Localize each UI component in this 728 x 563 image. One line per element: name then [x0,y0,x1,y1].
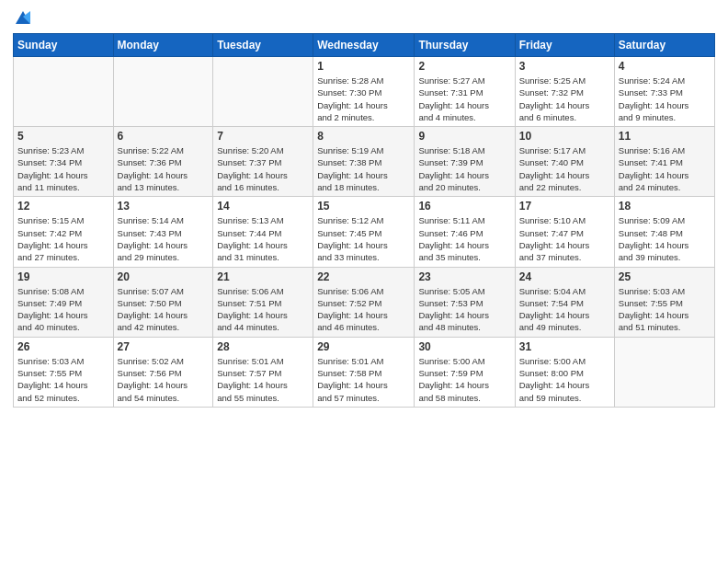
day-info: Sunrise: 5:07 AM Sunset: 7:50 PM Dayligh… [118,285,210,334]
day-number: 15 [317,200,410,213]
calendar-cell: 17Sunrise: 5:10 AM Sunset: 7:47 PM Dayli… [515,197,614,267]
calendar-cell: 28Sunrise: 5:01 AM Sunset: 7:57 PM Dayli… [213,337,313,407]
calendar-cell: 9Sunrise: 5:18 AM Sunset: 7:39 PM Daylig… [415,127,515,197]
calendar-cell: 31Sunrise: 5:00 AM Sunset: 8:00 PM Dayli… [515,337,614,407]
calendar-cell: 25Sunrise: 5:03 AM Sunset: 7:55 PM Dayli… [614,267,714,337]
day-number: 31 [519,340,610,353]
day-info: Sunrise: 5:06 AM Sunset: 7:51 PM Dayligh… [217,285,309,334]
calendar-cell: 22Sunrise: 5:06 AM Sunset: 7:52 PM Dayli… [313,267,415,337]
calendar-week-row: 26Sunrise: 5:03 AM Sunset: 7:55 PM Dayli… [14,337,715,407]
weekday-header-saturday: Saturday [614,34,714,57]
page: SundayMondayTuesdayWednesdayThursdayFrid… [0,0,728,417]
calendar-cell: 16Sunrise: 5:11 AM Sunset: 7:46 PM Dayli… [415,197,515,267]
day-number: 17 [519,200,610,213]
calendar-cell: 10Sunrise: 5:17 AM Sunset: 7:40 PM Dayli… [515,127,614,197]
day-info: Sunrise: 5:00 AM Sunset: 8:00 PM Dayligh… [519,355,610,404]
day-info: Sunrise: 5:16 AM Sunset: 7:41 PM Dayligh… [619,144,711,193]
calendar-cell: 20Sunrise: 5:07 AM Sunset: 7:50 PM Dayli… [113,267,213,337]
calendar-cell: 2Sunrise: 5:27 AM Sunset: 7:31 PM Daylig… [415,57,515,127]
calendar-week-row: 12Sunrise: 5:15 AM Sunset: 7:42 PM Dayli… [14,197,715,267]
day-info: Sunrise: 5:17 AM Sunset: 7:40 PM Dayligh… [519,144,610,193]
calendar-cell: 4Sunrise: 5:24 AM Sunset: 7:33 PM Daylig… [614,57,714,127]
day-number: 22 [317,270,410,283]
calendar-cell: 7Sunrise: 5:20 AM Sunset: 7:37 PM Daylig… [213,127,313,197]
day-info: Sunrise: 5:13 AM Sunset: 7:44 PM Dayligh… [217,214,309,263]
calendar-header-row: SundayMondayTuesdayWednesdayThursdayFrid… [14,34,715,57]
day-number: 14 [217,200,309,213]
weekday-header-friday: Friday [515,34,614,57]
calendar-cell: 5Sunrise: 5:23 AM Sunset: 7:34 PM Daylig… [14,127,114,197]
day-number: 7 [217,130,309,143]
day-number: 19 [17,270,109,283]
day-info: Sunrise: 5:22 AM Sunset: 7:36 PM Dayligh… [118,144,210,193]
day-info: Sunrise: 5:23 AM Sunset: 7:34 PM Dayligh… [17,144,109,193]
day-number: 11 [619,130,711,143]
calendar-cell: 13Sunrise: 5:14 AM Sunset: 7:43 PM Dayli… [113,197,213,267]
day-number: 12 [17,200,109,213]
day-number: 27 [118,340,210,353]
calendar-table: SundayMondayTuesdayWednesdayThursdayFrid… [13,33,715,408]
calendar-week-row: 1Sunrise: 5:28 AM Sunset: 7:30 PM Daylig… [14,57,715,127]
calendar-cell: 1Sunrise: 5:28 AM Sunset: 7:30 PM Daylig… [313,57,415,127]
weekday-header-tuesday: Tuesday [213,34,313,57]
day-number: 3 [519,60,610,73]
day-info: Sunrise: 5:28 AM Sunset: 7:30 PM Dayligh… [317,75,410,123]
calendar-cell: 27Sunrise: 5:02 AM Sunset: 7:56 PM Dayli… [113,337,213,407]
day-number: 24 [519,270,610,283]
day-info: Sunrise: 5:01 AM Sunset: 7:58 PM Dayligh… [317,355,410,404]
day-info: Sunrise: 5:15 AM Sunset: 7:42 PM Dayligh… [17,214,109,263]
day-number: 26 [17,340,109,353]
day-number: 25 [619,270,711,283]
day-info: Sunrise: 5:24 AM Sunset: 7:33 PM Dayligh… [619,75,711,123]
day-info: Sunrise: 5:05 AM Sunset: 7:53 PM Dayligh… [418,285,510,334]
day-info: Sunrise: 5:03 AM Sunset: 7:55 PM Dayligh… [619,285,711,334]
day-info: Sunrise: 5:02 AM Sunset: 7:56 PM Dayligh… [118,355,210,404]
day-info: Sunrise: 5:12 AM Sunset: 7:45 PM Dayligh… [317,214,410,263]
day-info: Sunrise: 5:09 AM Sunset: 7:48 PM Dayligh… [619,214,711,263]
day-info: Sunrise: 5:11 AM Sunset: 7:46 PM Dayligh… [418,214,510,263]
weekday-header-sunday: Sunday [14,34,114,57]
logo-icon [14,9,32,26]
calendar-cell: 12Sunrise: 5:15 AM Sunset: 7:42 PM Dayli… [14,197,114,267]
calendar-cell: 15Sunrise: 5:12 AM Sunset: 7:45 PM Dayli… [313,197,415,267]
calendar-cell: 24Sunrise: 5:04 AM Sunset: 7:54 PM Dayli… [515,267,614,337]
calendar-cell: 29Sunrise: 5:01 AM Sunset: 7:58 PM Dayli… [313,337,415,407]
day-info: Sunrise: 5:25 AM Sunset: 7:32 PM Dayligh… [519,75,610,123]
calendar-cell: 21Sunrise: 5:06 AM Sunset: 7:51 PM Dayli… [213,267,313,337]
day-number: 23 [418,270,510,283]
day-number: 2 [418,60,510,73]
calendar-cell: 11Sunrise: 5:16 AM Sunset: 7:41 PM Dayli… [614,127,714,197]
weekday-header-wednesday: Wednesday [313,34,415,57]
day-info: Sunrise: 5:03 AM Sunset: 7:55 PM Dayligh… [17,355,109,404]
day-number: 16 [418,200,510,213]
day-info: Sunrise: 5:19 AM Sunset: 7:38 PM Dayligh… [317,144,410,193]
calendar-week-row: 5Sunrise: 5:23 AM Sunset: 7:34 PM Daylig… [14,127,715,197]
logo [13,9,32,28]
day-info: Sunrise: 5:14 AM Sunset: 7:43 PM Dayligh… [118,214,210,263]
day-number: 13 [118,200,210,213]
day-number: 5 [17,130,109,143]
weekday-header-thursday: Thursday [415,34,515,57]
calendar-cell: 23Sunrise: 5:05 AM Sunset: 7:53 PM Dayli… [415,267,515,337]
day-number: 4 [619,60,711,73]
day-info: Sunrise: 5:18 AM Sunset: 7:39 PM Dayligh… [418,144,510,193]
calendar-cell: 18Sunrise: 5:09 AM Sunset: 7:48 PM Dayli… [614,197,714,267]
day-number: 29 [317,340,410,353]
day-info: Sunrise: 5:04 AM Sunset: 7:54 PM Dayligh… [519,285,610,334]
calendar-week-row: 19Sunrise: 5:08 AM Sunset: 7:49 PM Dayli… [14,267,715,337]
calendar-cell [614,337,714,407]
day-info: Sunrise: 5:20 AM Sunset: 7:37 PM Dayligh… [217,144,309,193]
day-number: 8 [317,130,410,143]
calendar-cell: 19Sunrise: 5:08 AM Sunset: 7:49 PM Dayli… [14,267,114,337]
calendar-cell: 6Sunrise: 5:22 AM Sunset: 7:36 PM Daylig… [113,127,213,197]
calendar-cell: 26Sunrise: 5:03 AM Sunset: 7:55 PM Dayli… [14,337,114,407]
calendar-cell [14,57,114,127]
calendar-cell: 30Sunrise: 5:00 AM Sunset: 7:59 PM Dayli… [415,337,515,407]
day-info: Sunrise: 5:10 AM Sunset: 7:47 PM Dayligh… [519,214,610,263]
day-number: 20 [118,270,210,283]
day-number: 28 [217,340,309,353]
day-number: 10 [519,130,610,143]
day-number: 1 [317,60,410,73]
calendar-cell: 3Sunrise: 5:25 AM Sunset: 7:32 PM Daylig… [515,57,614,127]
day-info: Sunrise: 5:06 AM Sunset: 7:52 PM Dayligh… [317,285,410,334]
